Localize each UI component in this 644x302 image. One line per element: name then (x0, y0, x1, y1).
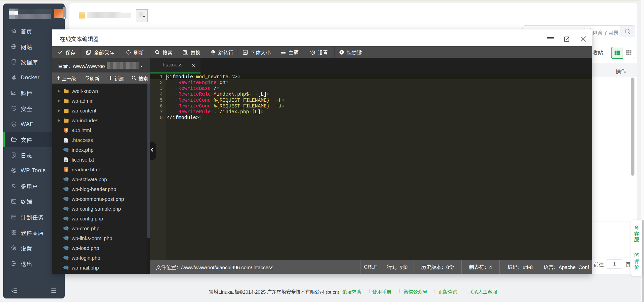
svg-text:5: 5 (65, 129, 67, 132)
svg-text:5: 5 (65, 168, 67, 171)
svg-text:WAF: WAF (12, 123, 16, 125)
svg-text:?: ? (341, 51, 342, 54)
